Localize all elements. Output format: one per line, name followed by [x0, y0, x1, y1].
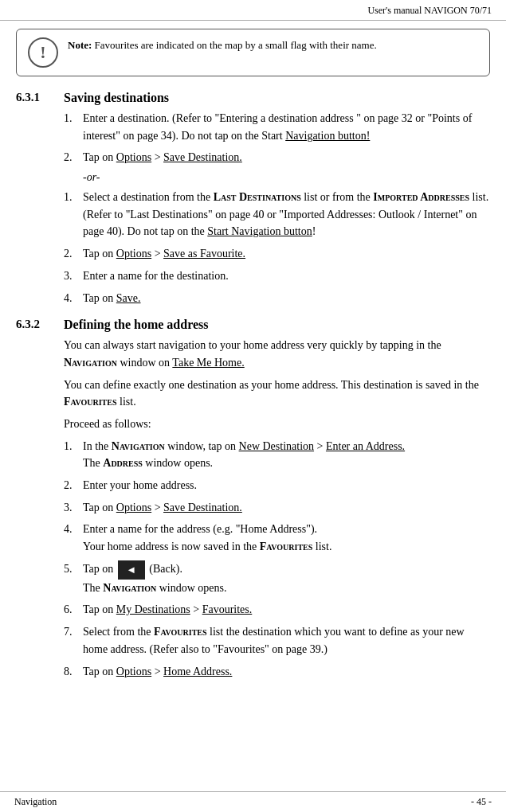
inline-smallcaps: Favourites — [154, 626, 207, 638]
inline-link: Favourites. — [202, 603, 253, 615]
back-label: (Back). — [149, 563, 182, 575]
list-content: Tap on Options > Home Address. — [83, 663, 490, 681]
inline-link: Start Navigation button — [207, 225, 312, 237]
note-box: ! Note: Favourites are indicated on the … — [16, 29, 490, 76]
inline-smallcaps: Favourites — [260, 541, 313, 552]
inline-link: My Destinations — [116, 603, 190, 615]
section-632-number: 6.3.2 — [16, 318, 64, 332]
inline-smallcaps: Address — [103, 457, 143, 469]
list-item: 1. Enter a destination. (Refer to "Enter… — [64, 110, 490, 144]
inline-smallcaps: Navigation — [64, 357, 117, 369]
inline-link: Options — [116, 666, 151, 677]
page-header: User's manual NAVIGON 70/71 — [0, 0, 506, 21]
section-632-body: You can always start navigation to your … — [16, 337, 490, 680]
list-content: Tap on My Destinations > Favourites. — [83, 601, 490, 619]
inline-link: Save Destination. — [163, 502, 242, 513]
inline-smallcaps: Imported Addresses — [373, 191, 469, 203]
list-num: 7. — [64, 623, 78, 658]
inline-link: Options — [116, 151, 151, 163]
inline-link: Take Me Home. — [172, 357, 244, 369]
inline-link: Options — [116, 502, 151, 513]
list-num: 2. — [64, 245, 78, 263]
inline-link: New Destination — [239, 440, 314, 452]
list-content: Enter a name for the address (e.g. "Home… — [83, 521, 490, 555]
section-632-header: 6.3.2 Defining the home address — [16, 318, 490, 332]
footer-right: - 45 - — [471, 796, 492, 808]
inline-link: Home Address. — [163, 666, 232, 677]
section-631-title: Saving destinations — [64, 91, 169, 105]
list-num: 6. — [64, 601, 78, 619]
footer-left: Navigation — [14, 796, 57, 808]
inline-link: Options — [116, 248, 151, 260]
note-text: Note: Favourites are indicated on the ma… — [68, 37, 377, 53]
inline-smallcaps: Navigation — [103, 582, 156, 594]
list-num: 3. — [64, 267, 78, 285]
list-num: 5. — [64, 560, 78, 597]
list-content: Enter a destination. (Refer to "Entering… — [83, 110, 490, 144]
list-content: In the Navigation window, tap on New Des… — [83, 438, 490, 472]
list-item: 2. Tap on Options > Save Destination. — [64, 149, 490, 166]
inline-link: Enter an Address. — [326, 440, 405, 452]
list-item: 4. Enter a name for the address (e.g. "H… — [64, 521, 490, 555]
list-num: 8. — [64, 663, 78, 681]
inline-smallcaps: Last Destinations — [214, 191, 301, 203]
list-item: 3. Enter a name for the destination. — [64, 267, 490, 285]
section-631-header: 6.3.1 Saving destinations — [16, 91, 490, 105]
list-num: 1. — [64, 438, 78, 472]
list-content: Tap on ◄ (Back). The Navigation window o… — [83, 560, 490, 597]
list-item: 2. Enter your home address. — [64, 477, 490, 494]
list-content: Tap on Options > Save as Favourite. — [83, 245, 490, 263]
inline-link: Navigation button! — [285, 130, 370, 142]
header-title: User's manual NAVIGON 70/71 — [367, 5, 492, 16]
inline-smallcaps: Favourites — [64, 396, 117, 408]
list-num: 1. — [64, 110, 78, 144]
note-body: Favourites are indicated on the map by a… — [95, 39, 377, 51]
inline-link: Save Destination. — [163, 151, 242, 163]
list-num: 4. — [64, 290, 78, 307]
inline-smallcaps: Navigation — [112, 440, 165, 452]
inline-link: Save as Favourite. — [163, 248, 245, 260]
back-button-icon: ◄ — [118, 560, 145, 580]
list-content: Tap on Options > Save Destination. — [83, 149, 490, 166]
para1: You can always start navigation to your … — [64, 337, 490, 371]
list-content: Tap on Options > Save Destination. — [83, 499, 490, 517]
list-content: Enter your home address. — [83, 477, 490, 494]
section-631-body: 1. Enter a destination. (Refer to "Enter… — [16, 110, 490, 306]
para3: Proceed as follows: — [64, 416, 490, 433]
list-content: Tap on Save. — [83, 290, 490, 307]
inline-link: Save. — [116, 292, 141, 304]
list-num: 1. — [64, 189, 78, 240]
list-num: 3. — [64, 499, 78, 517]
list-num: 2. — [64, 149, 78, 166]
list-num: 2. — [64, 477, 78, 494]
list-content: Select from the Favourites list the dest… — [83, 623, 490, 658]
page-footer: Navigation - 45 - — [0, 791, 506, 812]
list-item: 6. Tap on My Destinations > Favourites. — [64, 601, 490, 619]
section-631-number: 6.3.1 — [16, 91, 64, 105]
list-item: 1. In the Navigation window, tap on New … — [64, 438, 490, 472]
list-item: 2. Tap on Options > Save as Favourite. — [64, 245, 490, 263]
para2: You can define exactly one destination a… — [64, 377, 490, 411]
list-item: 5. Tap on ◄ (Back). The Navigation windo… — [64, 560, 490, 597]
list-num: 4. — [64, 521, 78, 555]
list-item: 1. Select a destination from the Last De… — [64, 189, 490, 240]
or-separator: -or- — [64, 171, 490, 184]
section-632-title: Defining the home address — [64, 318, 209, 332]
info-icon: ! — [28, 37, 58, 68]
list-content: Select a destination from the Last Desti… — [83, 189, 490, 240]
list-item: 8. Tap on Options > Home Address. — [64, 663, 490, 681]
list-content: Enter a name for the destination. — [83, 267, 490, 285]
list-item: 4. Tap on Save. — [64, 290, 490, 307]
list-item: 7. Select from the Favourites list the d… — [64, 623, 490, 658]
list-item: 3. Tap on Options > Save Destination. — [64, 499, 490, 517]
page-content: ! Note: Favourites are indicated on the … — [0, 21, 506, 709]
note-label: Note: — [68, 39, 92, 51]
